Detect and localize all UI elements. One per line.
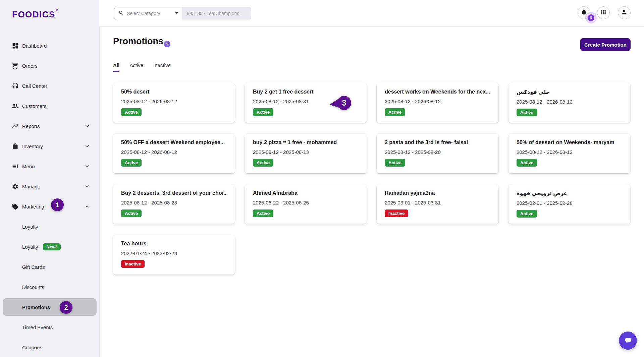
help-icon[interactable]: ?	[164, 41, 170, 47]
promotion-dates: 2025-08-12 - 2026-08-12	[121, 149, 227, 155]
status-badge: Active	[385, 108, 405, 116]
sidebar-item-loyalty-new[interactable]: Loyalty New!	[0, 237, 99, 257]
sidebar-item-gift-cards[interactable]: Gift Cards	[0, 257, 99, 277]
status-badge: Active	[253, 108, 273, 116]
promotion-title: 2 pasta and the 3rd is free- faisal	[385, 139, 490, 145]
sidebar-item-inventory[interactable]: Inventory	[0, 136, 99, 156]
status-filter-tabs: AllActiveInactive	[113, 62, 171, 72]
gear-icon	[11, 183, 19, 190]
sidebar-item-dashboard[interactable]: Dashboard	[0, 36, 99, 56]
promotion-title: 50% OFF a dessert Weekend employee...	[121, 139, 227, 145]
sidebar-item-coupons[interactable]: Coupons	[0, 337, 99, 357]
promotion-card[interactable]: Ramadan yajma3na 2025-03-01 - 2025-03-31…	[377, 184, 498, 224]
sidebar-item-label: Dashboard	[22, 43, 47, 49]
promotion-dates: 2025-08-12 - 2026-08-12	[517, 149, 622, 155]
annotation-mark-2: 2	[60, 301, 72, 314]
sidebar-item-reports[interactable]: Reports	[0, 116, 99, 136]
promotion-card[interactable]: 50% OFF a dessert Weekend employee... 20…	[113, 134, 235, 173]
promotions-grid: 50% desert 2025-08-12 - 2026-08-12 Activ…	[113, 83, 631, 275]
topbar: Select Category 985185 - Tea Champions 5	[99, 0, 644, 27]
status-badge: Active	[253, 210, 273, 217]
account-button[interactable]	[618, 6, 631, 19]
promotion-card[interactable]: Buy 2 desserts, 3rd dessert of your choi…	[113, 184, 235, 224]
promotion-dates: 2025-08-12 - 2025-08-23	[121, 200, 227, 205]
status-badge: Active	[121, 159, 142, 167]
search-input[interactable]: 985185 - Tea Champions	[182, 7, 251, 20]
promotion-title: عرض ترويجي قهوة	[517, 190, 622, 196]
sidebar-item-label: Discounts	[22, 284, 44, 290]
status-badge: Active	[517, 210, 537, 218]
sidebar-item-promotions[interactable]: Promotions	[0, 297, 99, 317]
page-title: Promotions	[113, 36, 163, 47]
trademark-icon: ®	[56, 9, 58, 12]
sidebar-item-label: Reports	[22, 123, 40, 129]
promotion-card[interactable]: حلى فودكس 2025-08-12 - 2026-08-12 Active	[508, 83, 630, 123]
category-select[interactable]: Select Category	[114, 7, 182, 20]
sidebar: FOODICS® Dashboard Orders Call Center Cu…	[0, 0, 100, 357]
sidebar-item-marketing[interactable]: Marketing	[0, 196, 99, 217]
sidebar-item-manage[interactable]: Manage	[0, 176, 99, 196]
chevron-up-icon	[85, 204, 90, 209]
chevron-down-icon	[85, 184, 90, 189]
sidebar-item-loyalty[interactable]: Loyalty	[0, 217, 99, 237]
chat-launcher-button[interactable]	[619, 332, 637, 350]
status-badge: Active	[121, 210, 142, 217]
promotion-dates: 2025-03-01 - 2025-03-31	[385, 200, 490, 205]
chevron-down-icon	[175, 12, 178, 14]
apps-grid-icon	[600, 9, 607, 17]
user-icon	[621, 9, 628, 17]
promotion-card[interactable]: dessert works on Weekends for the nex...…	[377, 83, 498, 123]
sidebar-item-menu[interactable]: Menu	[0, 156, 99, 176]
category-select-label: Select Category	[127, 11, 172, 16]
chevron-down-icon	[85, 164, 90, 169]
svg-text:3: 3	[342, 98, 346, 107]
tab-active[interactable]: Active	[129, 62, 143, 72]
sidebar-item-label: Marketing	[22, 204, 44, 210]
sidebar-item-discounts[interactable]: Discounts	[0, 277, 99, 297]
promotion-dates: 2025-08-12 - 2026-08-12	[385, 99, 490, 104]
status-badge: Active	[385, 159, 405, 167]
headset-icon	[11, 82, 19, 90]
sidebar-item-call-center[interactable]: Call Center	[0, 76, 99, 96]
sidebar-item-label: Coupons	[22, 345, 42, 350]
tab-all[interactable]: All	[113, 62, 119, 72]
sidebar-item-timed-events[interactable]: Timed Events	[0, 317, 99, 337]
sidebar-item-label: Gift Cards	[22, 264, 45, 270]
promotion-card[interactable]: 50% desert 2025-08-12 - 2026-08-12 Activ…	[113, 83, 235, 123]
promotion-card[interactable]: Ahmed Alrabraba 2025-06-22 - 2025-06-25 …	[245, 184, 367, 224]
customers-icon	[11, 102, 19, 110]
sidebar-item-label: Customers	[22, 103, 47, 109]
annotation-pointer-3: 3	[329, 95, 352, 111]
sidebar-item-label: Loyalty	[22, 244, 38, 250]
promotion-dates: 2025-08-12 - 2026-08-12	[121, 99, 227, 104]
status-badge: Active	[121, 108, 142, 116]
annotation-mark-1: 1	[51, 198, 64, 211]
create-promotion-button[interactable]: Create Promotion	[580, 38, 631, 51]
notification-count-badge: 5	[588, 14, 594, 21]
sidebar-item-label: Promotions	[22, 304, 50, 310]
sidebar-item-orders[interactable]: Orders	[0, 56, 99, 76]
promotion-card[interactable]: 50% of dessert on Weekends- maryam 2025-…	[508, 134, 630, 173]
promotion-dates: 2025-08-12 - 2025-08-13	[253, 149, 359, 155]
promotion-title: buy 2 pizza = 1 free - mohammed	[253, 139, 359, 145]
tab-inactive[interactable]: Inactive	[153, 62, 171, 72]
status-badge: Inactive	[385, 210, 408, 217]
orders-cart-icon	[11, 62, 19, 69]
new-badge: New!	[43, 243, 61, 250]
promotion-dates: 2025-02-01 - 2025-02-28	[517, 200, 622, 206]
sidebar-item-customers[interactable]: Customers	[0, 96, 99, 116]
sidebar-item-label: Loyalty	[22, 224, 38, 230]
promotion-card[interactable]: عرض ترويجي قهوة 2025-02-01 - 2025-02-28 …	[508, 184, 630, 224]
branch-search: Select Category 985185 - Tea Champions	[114, 7, 251, 20]
promotion-card[interactable]: buy 2 pizza = 1 free - mohammed 2025-08-…	[245, 134, 367, 173]
apps-button[interactable]	[597, 6, 610, 19]
status-badge: Active	[517, 159, 537, 167]
foodics-logo: FOODICS®	[12, 9, 58, 20]
promotion-title: 50% desert	[121, 89, 227, 95]
promotion-title: Ahmed Alrabraba	[253, 190, 359, 196]
promotion-card[interactable]: 2 pasta and the 3rd is free- faisal 2025…	[377, 134, 498, 173]
promotion-title: Ramadan yajma3na	[385, 190, 490, 196]
promotion-card[interactable]: Tea hours 2022-01-24 - 2022-02-28 Inacti…	[113, 235, 235, 275]
status-badge: Inactive	[121, 260, 145, 268]
status-badge: Active	[253, 159, 273, 167]
